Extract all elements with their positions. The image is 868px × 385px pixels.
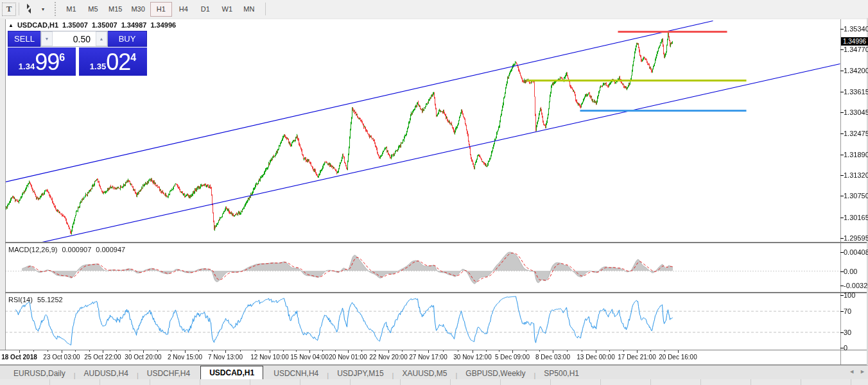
arrow-tool-dropdown[interactable]: ▾	[37, 3, 49, 15]
sell-price-button[interactable]: 1.34 99 6	[8, 47, 76, 76]
volume-stepper: ▼ 0.50 ▲	[40, 31, 108, 47]
time-axis-label: 18 Oct 2018	[1, 354, 37, 361]
macd-axis-label: -0.003262	[844, 282, 868, 289]
text-tool-button[interactable]: T	[2, 3, 16, 16]
symbol-collapse-icon[interactable]: ▲	[8, 22, 13, 28]
price-axis-label: 1.32475	[844, 130, 868, 137]
rsi-axis-label: 70	[844, 307, 851, 315]
tab-usdcad-h1[interactable]: USDCAD,H1	[200, 366, 263, 379]
toolbar-separator	[19, 3, 19, 15]
tab-usdcnh-h4[interactable]: USDCNH,H4	[265, 367, 327, 379]
time-axis-label: 20 Dec 16:00	[659, 354, 697, 361]
buy-button[interactable]: BUY	[108, 31, 147, 47]
chart-symbol: USDCAD,H1	[17, 21, 58, 29]
macd-axis-label: 0.00	[844, 268, 857, 275]
volume-decrease-icon[interactable]: ▼	[41, 31, 53, 46]
price-axis-label: 1.34200	[844, 67, 868, 74]
arrow-ne-icon	[24, 4, 30, 9]
time-axis-label: 15 Nov 04:00	[290, 354, 329, 361]
macd-value-signal: 0.000947	[96, 246, 125, 253]
macd-axis-label: 0.004083	[844, 248, 868, 256]
timeframe-button-m30[interactable]: M30	[127, 2, 148, 16]
timeframe-button-h1[interactable]: H1	[150, 2, 172, 17]
ohlc-low: 1.34987	[121, 21, 147, 29]
rsi-value: 55.1252	[37, 296, 63, 304]
toolbar-separator	[265, 3, 266, 15]
price-axis-label: 1.33045	[844, 108, 868, 116]
ohlc-high: 1.35007	[92, 21, 117, 29]
timeframe-button-mn[interactable]: MN	[239, 2, 259, 16]
price-axis-label: 1.31890	[844, 151, 868, 158]
buy-price-main: 02	[106, 51, 130, 74]
ohlc-close: 1.34996	[150, 21, 176, 29]
price-axis-label: 1.33615	[844, 88, 868, 96]
timeframe-button-w1[interactable]: W1	[217, 2, 238, 16]
time-axis-label: 13 Dec 00:00	[577, 354, 615, 361]
sell-button[interactable]: SELL	[8, 31, 40, 47]
tab-audusd-h4[interactable]: AUDUSD,H4	[76, 367, 137, 379]
toolbar-drag-handle[interactable]	[55, 2, 58, 16]
rsi-axis-label: 100	[844, 291, 855, 299]
time-axis-label: 2 Nov 15:00	[168, 354, 202, 361]
tabs-scroll-left-icon[interactable]: ◄	[849, 368, 855, 375]
current-price-badge: 1.34996	[841, 37, 868, 46]
time-axis-label: 23 Oct 03:00	[43, 354, 80, 361]
time-axis-label: 30 Nov 12:00	[453, 354, 492, 361]
tab-usdchf-h4[interactable]: USDCHF,H4	[139, 367, 198, 379]
timeframe-button-m5[interactable]: M5	[83, 2, 103, 16]
window-bottom-strip	[0, 379, 868, 385]
macd-name: MACD(12,26,9)	[8, 246, 57, 253]
buy-price-button[interactable]: 1.35 02 4	[79, 47, 147, 76]
price-axis-label: 1.30165	[844, 214, 868, 221]
rsi-axis-label: 0	[844, 344, 847, 352]
time-axis-label: 20 Nov 01:00	[329, 354, 367, 361]
price-axis-label: 1.30750	[844, 192, 868, 200]
sell-price-prefix: 1.34	[19, 62, 35, 71]
time-axis-label: 27 Nov 17:00	[409, 354, 447, 361]
time-axis-label: 22 Nov 20:00	[369, 354, 408, 361]
sell-price-main: 99	[35, 51, 59, 74]
mt4-trading-app: T ▾ M1M5M15M30H1H4D1W1MN ▲ USDCAD,H1 1.3…	[0, 0, 868, 385]
chart-tab-bar: EURUSD,Daily|AUDUSD,H4|USDCHF,H4 USDCAD,…	[0, 365, 868, 379]
tab-gbpusd-weekly[interactable]: GBPUSD,Weekly	[457, 367, 534, 379]
macd-label: MACD(12,26,9) 0.000907 0.000947	[8, 246, 125, 253]
time-axis-label: 5 Dec 09:00	[495, 354, 530, 361]
one-click-trade-panel: SELL ▼ 0.50 ▲ BUY 1.34 99 6 1.35 02 4	[8, 31, 147, 76]
price-axis-label: 1.31320	[844, 171, 868, 179]
macd-value-main: 0.000907	[62, 246, 91, 253]
price-axis-label: 1.29595	[844, 234, 868, 242]
timeframe-button-m15[interactable]: M15	[105, 2, 126, 16]
time-axis-label: 12 Nov 10:00	[250, 354, 289, 361]
time-axis-label: 7 Nov 13:00	[208, 354, 243, 361]
sell-price-pip: 6	[59, 52, 65, 64]
volume-field[interactable]: 0.50	[53, 31, 96, 46]
time-axis-label: 8 Dec 03:00	[535, 354, 570, 361]
volume-increase-icon[interactable]: ▲	[96, 31, 107, 46]
tab-sp500-h1[interactable]: SP500,H1	[535, 367, 587, 379]
tab-usdjpy-m15[interactable]: USDJPY,M15	[329, 367, 392, 379]
tab-eurusd-daily[interactable]: EURUSD,Daily	[5, 367, 74, 379]
timeframe-button-h4[interactable]: H4	[173, 2, 194, 16]
timeframe-toolbar: M1M5M15M30H1H4D1W1MN	[60, 2, 260, 17]
time-axis-label: 25 Oct 22:00	[84, 354, 121, 361]
arrow-tool-icon[interactable]	[24, 4, 35, 14]
timeframe-button-m1[interactable]: M1	[61, 2, 82, 16]
buy-price-prefix: 1.35	[90, 62, 106, 71]
time-axis-label: 17 Dec 21:00	[618, 354, 656, 361]
rsi-name: RSI(14)	[8, 296, 33, 304]
buy-price-pip: 4	[130, 52, 136, 64]
rsi-axis-label: 30	[844, 329, 851, 336]
price-axis-label: 1.35340	[844, 25, 868, 33]
price-axis-label: 1.34770	[844, 46, 868, 53]
time-axis-label: 30 Oct 20:00	[125, 354, 161, 361]
tab-xauusd-m5[interactable]: XAUUSD,M5	[394, 367, 455, 379]
rsi-label: RSI(14) 55.1252	[8, 296, 63, 304]
toolbar: T ▾ M1M5M15M30H1H4D1W1MN	[0, 0, 868, 19]
arrow-sw-icon	[28, 8, 33, 13]
timeframe-button-d1[interactable]: D1	[195, 2, 216, 16]
ohlc-open: 1.35007	[62, 21, 88, 29]
chart-header: ▲ USDCAD,H1 1.35007 1.35007 1.34987 1.34…	[8, 21, 176, 29]
tabs-scroll-right-icon[interactable]: ►	[860, 368, 865, 375]
